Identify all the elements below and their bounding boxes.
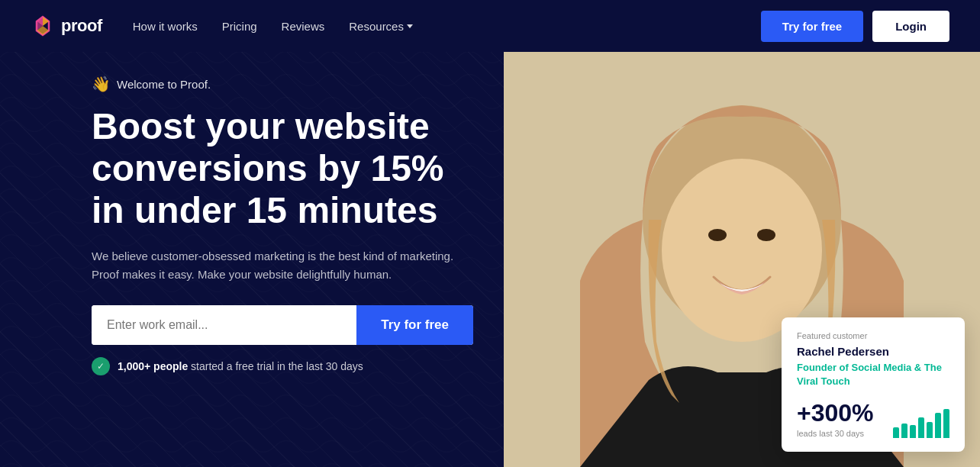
hero-headline: Boost your website conversions by 15% in… (92, 105, 473, 232)
nav-try-free-button[interactable]: Try for free (761, 11, 863, 42)
welcome-badge: 👋 Welcome to Proof. (92, 75, 473, 93)
stat-block: +300% leads last 30 days (797, 399, 874, 438)
customer-card: Featured customer Rachel Pedersen Founde… (782, 317, 965, 452)
hero-image-section: Featured customer Rachel Pedersen Founde… (504, 52, 980, 467)
hero-try-free-button[interactable]: Try for free (356, 305, 473, 345)
hero-section: 👋 Welcome to Proof. Boost your website c… (0, 52, 504, 467)
navbar: proof How it works Pricing Reviews Resou… (0, 0, 980, 52)
nav-links: How it works Pricing Reviews Resources (133, 20, 761, 33)
featured-label: Featured customer (797, 331, 949, 340)
stat-number: +300% (797, 399, 874, 427)
social-proof-bold: 1,000+ people (118, 360, 188, 372)
chart-bar (935, 413, 941, 438)
chart-bar (943, 409, 949, 438)
chart-bars (893, 407, 949, 438)
wave-emoji: 👋 (92, 75, 111, 93)
chart-bar (918, 417, 924, 438)
chevron-down-icon (407, 24, 413, 28)
chart-bar (927, 422, 933, 438)
customer-title: Founder of Social Media & The Viral Touc… (797, 361, 949, 388)
social-proof: ✓ 1,000+ people started a free trial in … (92, 357, 473, 375)
customer-name: Rachel Pedersen (797, 345, 949, 358)
nav-item-how-it-works[interactable]: How it works (133, 20, 198, 33)
svg-point-3 (662, 159, 822, 342)
nav-login-button[interactable]: Login (872, 11, 949, 42)
logo-icon (31, 14, 55, 38)
customer-stats: +300% leads last 30 days (797, 399, 949, 438)
email-form: Try for free (92, 305, 473, 345)
chart-bar (910, 425, 916, 438)
nav-actions: Try for free Login (761, 11, 949, 42)
social-proof-rest: started a free trial in the last 30 days (188, 360, 363, 372)
chart-bar (901, 424, 907, 438)
nav-item-reviews[interactable]: Reviews (282, 20, 325, 33)
svg-point-5 (757, 229, 775, 241)
email-input[interactable] (92, 305, 356, 345)
social-proof-text: 1,000+ people started a free trial in th… (118, 360, 363, 372)
proof-checkmark-icon: ✓ (92, 357, 110, 375)
svg-point-4 (708, 229, 727, 241)
logo[interactable]: proof (31, 14, 102, 38)
stat-label: leads last 30 days (797, 429, 874, 438)
hero-subtext: We believe customer-obsessed marketing i… (92, 247, 458, 284)
welcome-text: Welcome to Proof. (117, 78, 211, 91)
chart-bar (893, 427, 899, 438)
logo-text: proof (61, 16, 102, 36)
nav-item-resources[interactable]: Resources (349, 20, 413, 33)
nav-item-pricing[interactable]: Pricing (222, 20, 257, 33)
main-content: 👋 Welcome to Proof. Boost your website c… (0, 52, 980, 467)
